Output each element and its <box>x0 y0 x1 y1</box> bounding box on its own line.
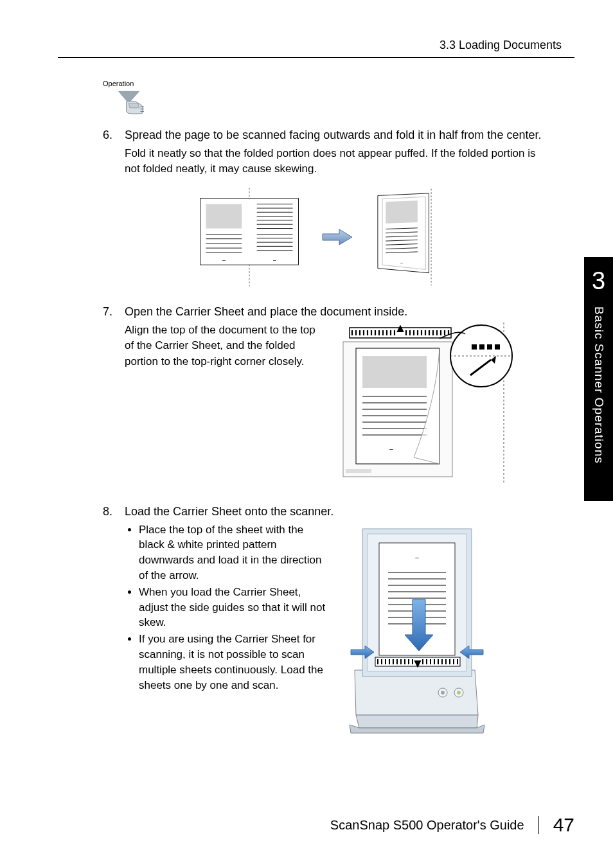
chapter-number: 3 <box>592 267 605 295</box>
step-8: 8. Load the Carrier Sheet onto the scann… <box>103 505 574 518</box>
list-item: When you load the Carrier Sheet, adjust … <box>139 585 330 630</box>
step-body: Align the top of the document to the top… <box>125 323 324 370</box>
svg-marker-54 <box>398 326 403 332</box>
svg-point-88 <box>441 691 445 695</box>
scanner-icon <box>116 90 151 117</box>
svg-rect-77 <box>346 469 371 473</box>
chapter-tab: 3 Basic Scanner Operations <box>584 257 613 501</box>
arrow-right-icon <box>321 227 353 247</box>
svg-text:–: – <box>222 256 225 263</box>
svg-rect-30 <box>386 200 418 223</box>
svg-text:–: – <box>415 554 419 561</box>
svg-text:–: – <box>273 256 276 263</box>
carrier-sheet-figure: – <box>337 323 549 486</box>
step8-bullets: Place the top of the sheet with the blac… <box>125 522 330 695</box>
step-7: 7. Open the Carrier Sheet and place the … <box>103 305 574 319</box>
operation-label: Operation <box>103 80 134 87</box>
operation-block: Operation <box>103 77 574 117</box>
step-number: 6. <box>103 128 125 142</box>
svg-rect-83 <box>495 344 500 350</box>
header-section-title: 3.3 Loading Documents <box>58 39 574 57</box>
chapter-title: Basic Scanner Operations <box>592 306 606 464</box>
folded-page-figure: – <box>368 186 441 288</box>
svg-text:–: – <box>400 259 403 265</box>
step-body: Fold it neatly so that the folded portio… <box>125 146 536 177</box>
list-item: If you are using the Carrier Sheet for s… <box>139 632 330 693</box>
spread-page-figure: – – <box>191 186 307 288</box>
step-number: 8. <box>103 505 125 518</box>
svg-rect-82 <box>487 344 492 350</box>
svg-point-89 <box>457 691 461 695</box>
figure-fold: – – <box>58 186 574 288</box>
list-item: Place the top of the sheet with the blac… <box>139 522 330 583</box>
svg-rect-81 <box>479 344 484 350</box>
scanner-load-figure: – <box>343 522 491 743</box>
step-title: Spread the page to be scanned facing out… <box>125 128 541 142</box>
footer: ScanSnap S500 Operator's Guide 47 <box>330 814 574 836</box>
step-6: 6. Spread the page to be scanned facing … <box>103 128 574 142</box>
footer-doc-title: ScanSnap S500 Operator's Guide <box>330 818 524 833</box>
step-number: 7. <box>103 305 125 319</box>
svg-text:–: – <box>389 445 393 452</box>
footer-divider <box>538 816 539 834</box>
step-title: Load the Carrier Sheet onto the scanner. <box>125 505 333 518</box>
svg-rect-68 <box>362 356 427 388</box>
header-rule <box>58 57 574 58</box>
svg-rect-6 <box>206 204 242 228</box>
step-title: Open the Carrier Sheet and place the doc… <box>125 305 407 319</box>
page-number: 47 <box>553 814 574 836</box>
svg-rect-80 <box>472 344 477 350</box>
svg-marker-26 <box>323 229 352 245</box>
